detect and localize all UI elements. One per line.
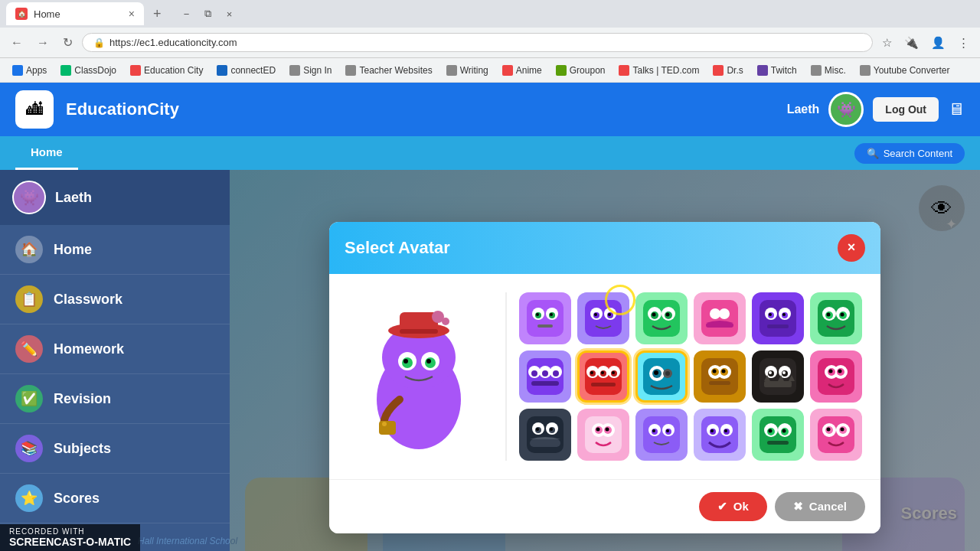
svg-rect-141 [818,416,854,453]
avatar-cell-8[interactable] [635,350,688,403]
modal-close-button[interactable]: × [838,234,865,262]
avatar-cell-9[interactable] [694,350,746,403]
bookmark-signin[interactable]: Sign In [283,64,338,77]
maximize-button[interactable]: ⧉ [198,4,218,24]
svg-rect-15 [527,300,564,337]
browser-titlebar: 🏠 Home × + − ⧉ × [0,0,980,28]
sidebar: 👾 Laeth 🏠 Home 📋 Classwork ✏️ Homework ✅… [0,170,230,551]
avatar-cell-16[interactable] [752,409,804,461]
svg-point-125 [666,429,669,432]
avatar-preview [348,292,490,461]
sidebar-avatar[interactable]: 👾 [12,181,46,214]
svg-rect-96 [764,381,792,387]
bookmark-writing-icon [446,65,457,76]
svg-point-87 [722,369,726,373]
avatar-cell-17[interactable] [810,409,862,461]
bookmark-twitch[interactable]: Twitch [751,64,803,77]
nav-home[interactable]: Home [15,136,78,170]
svg-rect-74 [591,383,616,386]
avatar-cell-10[interactable] [752,350,804,403]
sidebar-user[interactable]: 👾 Laeth [0,170,230,225]
sidebar-username: Laeth [55,190,92,206]
avatar-cell-15[interactable] [694,409,746,461]
sidebar-item-homework[interactable]: ✏️ Homework [0,324,230,374]
bookmark-teacherwebsites[interactable]: Teacher Websites [339,64,438,77]
sidebar-item-scores[interactable]: ⭐ Scores [0,474,230,523]
avatar-cell-12[interactable] [519,409,571,461]
bookmark-star-icon[interactable]: ☆ [877,33,897,53]
watermark-recorded: RECORDED WITH [9,527,131,536]
bookmark-anime[interactable]: Anime [496,64,548,77]
bookmark-educationcity[interactable]: Education City [124,64,209,77]
bookmark-connected[interactable]: connectED [211,64,282,77]
svg-point-147 [841,427,844,431]
svg-rect-13 [379,421,396,435]
avatar-cell-1[interactable] [577,292,629,344]
monitor-icon[interactable]: 🖥 [948,99,965,119]
sidebar-item-home[interactable]: 🏠 Home [0,225,230,275]
tab-close-button[interactable]: × [129,8,135,20]
avatar-cell-6[interactable] [519,350,571,403]
bookmark-writing[interactable]: Writing [440,64,495,77]
bookmark-ted[interactable]: Talks | TED.com [612,64,705,77]
svg-point-146 [827,427,831,431]
modal-header: Select Avatar × [329,222,880,274]
ok-button[interactable]: ✔ Ok [699,492,767,521]
bookmark-youtube-converter[interactable]: Youtube Converter [854,64,956,77]
bookmark-apps[interactable]: Apps [6,64,53,77]
nav-bar: Home 🔍 Search Content [0,136,980,170]
sidebar-item-subjects[interactable]: 📚 Subjects [0,424,230,474]
reload-button[interactable]: ↻ [58,32,77,53]
sidebar-item-classwork[interactable]: 📋 Classwork [0,275,230,324]
minimize-button[interactable]: − [177,4,197,24]
bookmark-groupon[interactable]: Groupon [550,64,612,77]
avatar-cell-7[interactable] [577,350,629,403]
menu-icon[interactable]: ⋮ [953,33,974,53]
extension-icon[interactable]: 🔌 [900,33,923,53]
svg-point-21 [550,313,553,316]
svg-point-71 [590,371,593,374]
bookmark-drs-icon [713,65,724,76]
avatar-cell-4[interactable] [752,292,804,344]
new-tab-button[interactable]: + [147,6,168,22]
header-avatar[interactable]: 👾 [828,92,864,127]
back-button[interactable]: ← [6,33,28,53]
bookmark-drs[interactable]: Dr.s [707,64,749,77]
avatar-cell-0[interactable] [519,292,571,344]
cancel-button[interactable]: ✖ Cancel [775,492,865,521]
svg-point-110 [550,428,553,431]
bookmark-groupon-icon [556,65,567,76]
sidebar-scores-label: Scores [54,491,100,507]
avatar-cell-11[interactable] [810,350,862,403]
bookmark-anime-label: Anime [516,65,542,76]
avatar-cell-3[interactable] [694,292,746,344]
main-layout: 👾 Laeth 🏠 Home 📋 Classwork ✏️ Homework ✅… [0,170,980,551]
avatar-cell-14[interactable] [635,409,688,461]
search-content-button[interactable]: 🔍 Search Content [854,143,965,164]
forward-button[interactable]: → [32,33,54,53]
bookmark-educationcity-label: Education City [144,65,203,76]
bookmark-misc[interactable]: Misc. [805,64,852,77]
address-lock-icon: 🔒 [93,37,105,48]
sidebar-item-revision[interactable]: ✅ Revision [0,374,230,424]
svg-rect-111 [530,439,560,447]
logout-button[interactable]: Log Out [873,97,939,122]
bookmark-connected-label: connectED [230,65,276,76]
avatar-cell-5[interactable] [810,292,862,344]
svg-point-94 [769,371,772,374]
bookmark-anime-icon [502,65,513,76]
svg-rect-30 [643,300,680,337]
bookmark-apps-icon [12,65,23,76]
close-button[interactable]: × [220,4,240,24]
svg-point-54 [827,312,831,316]
svg-rect-41 [760,300,796,337]
browser-tab[interactable]: 🏠 Home × [6,2,144,25]
cancel-icon: ✖ [793,500,803,514]
avatar-cell-13[interactable] [577,409,629,461]
app-logo: 🏙 [15,90,54,129]
profile-icon[interactable]: 👤 [926,33,950,53]
bookmark-classdojo[interactable]: ClassDojo [54,64,122,77]
address-bar[interactable]: 🔒 https://ec1.educationcity.com [82,33,873,52]
avatar-cell-2[interactable] [635,292,688,344]
subjects-icon: 📚 [15,435,43,462]
